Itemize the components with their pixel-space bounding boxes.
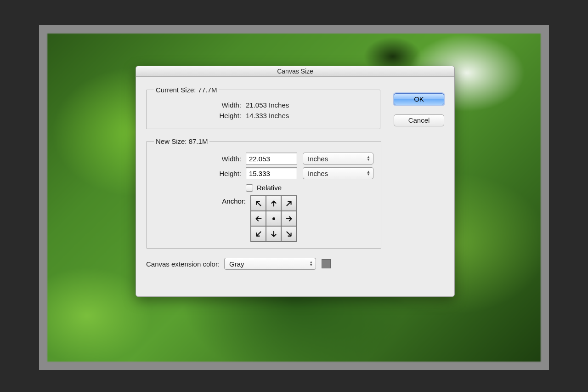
new-size-legend: New Size: 87.1M xyxy=(154,137,209,145)
anchor-w[interactable] xyxy=(251,211,266,226)
current-width-value: 21.053 Inches xyxy=(246,101,289,109)
anchor-grid xyxy=(250,195,297,242)
anchor-ne[interactable] xyxy=(281,196,296,211)
relative-label: Relative xyxy=(257,184,282,192)
anchor-e[interactable] xyxy=(281,211,296,226)
height-unit-select[interactable]: Inches ▲▼ xyxy=(303,167,373,179)
stepper-icon: ▲▼ xyxy=(367,156,370,161)
dialog-title: Canvas Size xyxy=(136,66,454,77)
anchor-sw[interactable] xyxy=(251,226,266,241)
ok-button[interactable]: OK xyxy=(394,93,444,105)
current-size-group: Current Size: 77.7M Width: 21.053 Inches… xyxy=(146,86,380,129)
anchor-s[interactable] xyxy=(266,226,281,241)
anchor-label: Anchor: xyxy=(154,195,250,205)
svg-point-0 xyxy=(272,217,275,220)
extension-color-value: Gray xyxy=(229,260,244,268)
width-unit-value: Inches xyxy=(308,155,328,163)
height-unit-value: Inches xyxy=(308,170,328,177)
extension-color-select[interactable]: Gray ▲▼ xyxy=(224,258,316,270)
current-size-legend: Current Size: 77.7M xyxy=(154,86,219,94)
anchor-center[interactable] xyxy=(266,211,281,226)
height-input[interactable] xyxy=(246,167,297,179)
extension-color-label: Canvas extension color: xyxy=(146,260,220,268)
extension-color-swatch[interactable] xyxy=(322,259,331,268)
stepper-icon: ▲▼ xyxy=(309,261,313,267)
anchor-nw[interactable] xyxy=(251,196,266,211)
relative-checkbox[interactable] xyxy=(246,184,253,192)
stepper-icon: ▲▼ xyxy=(367,170,370,176)
new-height-label: Height: xyxy=(154,170,246,177)
current-height-value: 14.333 Inches xyxy=(246,112,289,119)
width-input[interactable] xyxy=(246,153,297,165)
cancel-button[interactable]: Cancel xyxy=(394,114,444,126)
current-height-label: Height: xyxy=(154,112,246,119)
current-width-label: Width: xyxy=(154,101,246,109)
canvas-size-dialog: Canvas Size Current Size: 77.7M Width: 2… xyxy=(136,66,455,297)
width-unit-select[interactable]: Inches ▲▼ xyxy=(303,153,373,165)
anchor-n[interactable] xyxy=(266,196,281,211)
new-width-label: Width: xyxy=(154,155,246,163)
new-size-group: New Size: 87.1M Width: Inches ▲▼ Height:… xyxy=(146,137,381,249)
anchor-se[interactable] xyxy=(281,226,296,241)
dialog-body: Current Size: 77.7M Width: 21.053 Inches… xyxy=(136,77,454,296)
